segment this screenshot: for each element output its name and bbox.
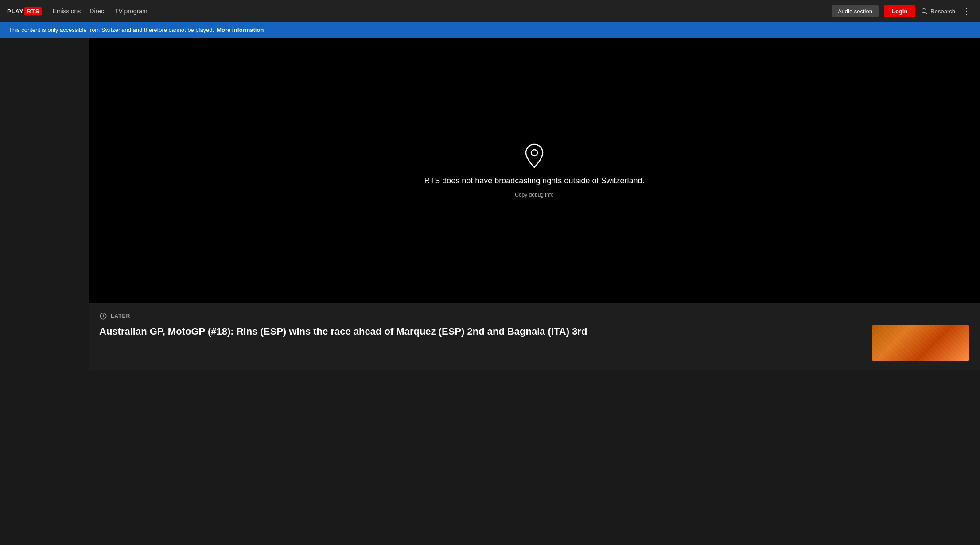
logo-rts-text: RTS <box>24 7 42 15</box>
more-options-button[interactable]: ⋮ <box>961 5 973 17</box>
search-area[interactable]: Research <box>921 8 955 15</box>
clock-icon <box>99 312 107 320</box>
main-nav: Emissions Direct TV program <box>52 8 821 15</box>
search-icon <box>921 8 928 15</box>
header-right: Audio section Login Research ⋮ <box>832 5 973 17</box>
article-title: Australian GP, MotoGP (#18): Rins (ESP) … <box>99 325 863 338</box>
location-restriction-icon <box>524 143 545 170</box>
copy-debug-info-button[interactable]: Copy debug info <box>515 192 553 198</box>
page-layout: RTS does not have broadcasting rights ou… <box>0 38 980 545</box>
video-player: RTS does not have broadcasting rights ou… <box>89 38 980 303</box>
article-thumbnail <box>872 325 969 361</box>
geo-banner-message: This content is only accessible from Swi… <box>9 27 214 33</box>
below-video-section: LATER Australian GP, MotoGP (#18): Rins … <box>89 303 980 370</box>
nav-direct[interactable]: Direct <box>89 8 106 15</box>
sidebar-left <box>0 38 89 545</box>
article-row: Australian GP, MotoGP (#18): Rins (ESP) … <box>99 325 969 361</box>
later-label: LATER <box>99 312 969 320</box>
geo-banner-link[interactable]: More information <box>217 27 264 33</box>
search-label: Research <box>930 8 955 15</box>
header: PLAY RTS Emissions Direct TV program Aud… <box>0 0 980 22</box>
logo-play-text: PLAY <box>7 8 23 15</box>
audio-section-button[interactable]: Audio section <box>832 5 879 17</box>
svg-point-0 <box>922 9 926 13</box>
player-inner: RTS does not have broadcasting rights ou… <box>407 126 662 216</box>
main-content: RTS does not have broadcasting rights ou… <box>89 38 980 545</box>
geo-error-message: RTS does not have broadcasting rights ou… <box>424 176 645 186</box>
nav-tv-program[interactable]: TV program <box>115 8 148 15</box>
logo[interactable]: PLAY RTS <box>7 7 42 15</box>
svg-point-2 <box>531 150 537 156</box>
login-button[interactable]: Login <box>884 5 915 17</box>
svg-line-1 <box>926 12 927 14</box>
nav-emissions[interactable]: Emissions <box>52 8 81 15</box>
geo-restriction-banner: This content is only accessible from Swi… <box>0 22 980 38</box>
